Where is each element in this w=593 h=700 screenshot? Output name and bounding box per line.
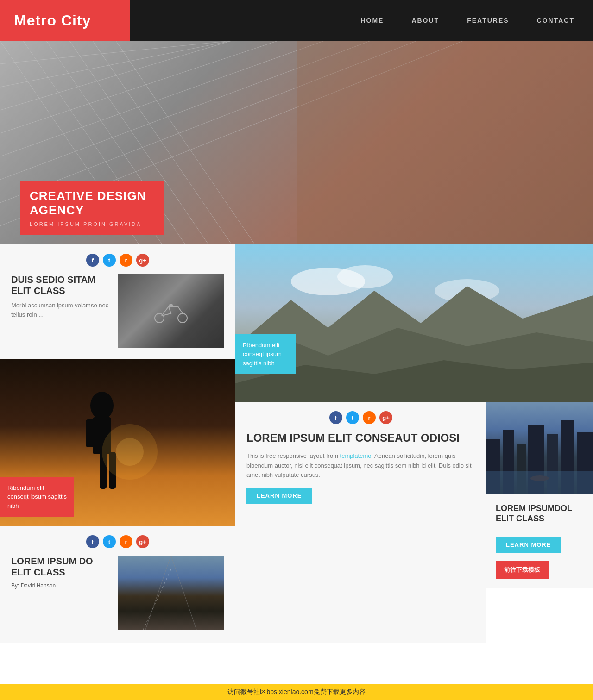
card-1-body: Morbi accumsan ipsum velamso nec tellus … <box>11 301 112 319</box>
twitter-icon-3[interactable]: t <box>346 411 359 424</box>
svg-rect-45 <box>486 471 593 494</box>
photo-card-person: Ribendum elit conseqt ipsum sagittis nib… <box>0 359 235 526</box>
rss-icon[interactable]: r <box>120 254 132 267</box>
waterway-photo <box>486 402 593 494</box>
nav-home[interactable]: HOME <box>360 17 384 24</box>
road-icon <box>118 556 224 630</box>
svg-line-27 <box>145 556 171 630</box>
svg-line-29 <box>143 569 171 630</box>
social-icons-bottom: f t r g+ <box>11 535 224 548</box>
hero-subtitle: LOREM IPSUM PROIN GRAVIDA <box>30 221 153 227</box>
logo-box: Metro City <box>0 0 130 41</box>
card-3-image <box>118 556 224 630</box>
card-1-heading: DUIS SEDIO SITAM ELIT CLASS <box>11 274 112 296</box>
svg-point-20 <box>90 392 114 419</box>
card-3-text: LOREM IPSUM DO ELIT CLASS By: David Hans… <box>11 556 118 630</box>
card-3: f t r g+ LOREM IPSUM DO ELIT CLASS By: D… <box>0 526 235 643</box>
googleplus-icon-3[interactable]: g+ <box>379 411 392 424</box>
svg-rect-15 <box>296 41 593 244</box>
right-photo-caption: Ribendum elit conseqt ipsum sagittis nib… <box>235 334 296 375</box>
svg-point-32 <box>337 265 393 288</box>
right-mid-bottom: f t r g+ LOREM IPSUM ELIT CONSEAUT ODIOS… <box>235 402 593 643</box>
card-1-image <box>118 274 224 348</box>
waterway-image <box>486 402 593 494</box>
learn-more-button-2[interactable]: LEARN MORE <box>496 537 561 553</box>
facebook-icon-3[interactable]: f <box>329 411 342 424</box>
social-icons-top: f t r g+ <box>11 254 224 267</box>
svg-point-26 <box>116 438 144 466</box>
svg-line-28 <box>171 556 196 630</box>
right-bottom-column: LOREM IPSUMDOL ELIT CLASS LEARN MORE 前往下… <box>486 402 593 643</box>
learn-more-button[interactable]: LEARN MORE <box>246 488 312 504</box>
nav-about[interactable]: ABOUT <box>411 17 439 24</box>
photo-caption-left: Ribendum elit conseqt ipsum sagittis nib… <box>0 477 74 517</box>
facebook-icon-2[interactable]: f <box>86 535 99 548</box>
hero-title: CREATIVE DESIGN AGENCY <box>30 189 153 218</box>
svg-rect-22 <box>86 419 95 447</box>
svg-point-17 <box>178 313 187 323</box>
svg-point-46 <box>530 475 549 481</box>
card-1-content: DUIS SEDIO SITAM ELIT CLASS Morbi accums… <box>11 274 224 348</box>
card-bottom-right: LOREM IPSUMDOL ELIT CLASS LEARN MORE 前往下… <box>486 494 593 588</box>
download-button[interactable]: 前往下载模板 <box>496 561 549 579</box>
svg-line-11 <box>0 41 324 156</box>
right-photo-top: Ribendum elit conseqt ipsum sagittis nib… <box>235 244 593 402</box>
card-right-heading: LOREM IPSUM ELIT CONSEAUT ODIOSI <box>246 431 475 445</box>
logo-text: Metro City <box>14 12 91 29</box>
rss-icon-3[interactable]: r <box>363 411 376 424</box>
content-area: f t r g+ DUIS SEDIO SITAM ELIT CLASS Mor… <box>0 244 593 643</box>
card-3-content: LOREM IPSUM DO ELIT CLASS By: David Hans… <box>11 556 224 630</box>
landscape-photo <box>235 244 593 402</box>
svg-line-9 <box>0 41 232 110</box>
rss-icon-2[interactable]: r <box>120 535 132 548</box>
hero-overlay: CREATIVE DESIGN AGENCY LOREM IPSUM PROIN… <box>20 181 164 235</box>
svg-line-7 <box>0 41 232 64</box>
hero-section: CREATIVE DESIGN AGENCY LOREM IPSUM PROIN… <box>0 41 593 244</box>
card-3-author: By: David Hanson <box>11 582 112 589</box>
social-icons-right: f t r g+ <box>246 411 475 424</box>
card-right-main: f t r g+ LOREM IPSUM ELIT CONSEAUT ODIOS… <box>235 402 486 643</box>
svg-line-10 <box>0 41 278 133</box>
card-right-body: This is free responsive layout from temp… <box>246 451 475 480</box>
nav-features[interactable]: FEATURES <box>467 17 509 24</box>
svg-line-8 <box>0 41 232 87</box>
twitter-icon[interactable]: t <box>103 254 116 267</box>
svg-point-18 <box>169 304 173 307</box>
card-1: f t r g+ DUIS SEDIO SITAM ELIT CLASS Mor… <box>0 244 235 359</box>
templatemo-link[interactable]: templatemo <box>340 452 372 459</box>
main-nav: HOME ABOUT FEATURES CONTACT <box>130 0 593 41</box>
googleplus-icon-2[interactable]: g+ <box>136 535 149 548</box>
nav-contact[interactable]: CONTACT <box>537 17 574 24</box>
facebook-icon[interactable]: f <box>86 254 99 267</box>
twitter-icon-2[interactable]: t <box>103 535 116 548</box>
card-3-heading: LOREM IPSUM DO ELIT CLASS <box>11 556 112 578</box>
card-bottom-right-heading: LOREM IPSUMDOL ELIT CLASS <box>496 504 584 524</box>
card-1-text: DUIS SEDIO SITAM ELIT CLASS Morbi accums… <box>11 274 118 348</box>
motorcycle-icon <box>152 297 189 325</box>
right-column: Ribendum elit conseqt ipsum sagittis nib… <box>235 244 593 643</box>
header: Metro City HOME ABOUT FEATURES CONTACT <box>0 0 593 41</box>
left-column: f t r g+ DUIS SEDIO SITAM ELIT CLASS Mor… <box>0 244 235 643</box>
googleplus-icon[interactable]: g+ <box>136 254 149 267</box>
